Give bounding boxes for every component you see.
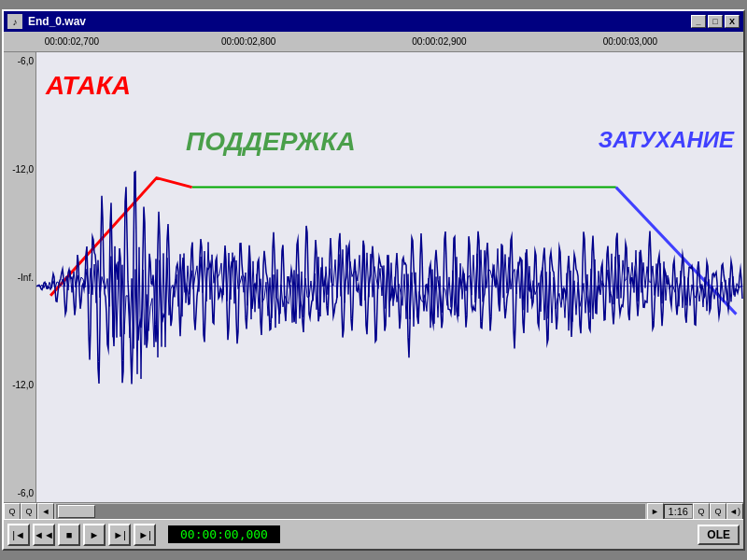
main-view: -6,0 -12,0 -Inf. -12,0 -6,0 АТАКА ПОДДЕР… — [4, 52, 743, 502]
y-label-4: -6,0 — [6, 488, 34, 498]
ruler-inner: 00:00:02,700 00:00:02,800 00:00:02,900 0… — [36, 32, 743, 51]
ruler-mark-2: 00:00:02,800 — [221, 36, 275, 47]
scroll-zoom-in[interactable]: Q — [4, 503, 21, 520]
time-display: 00:00:00,000 — [168, 525, 280, 543]
y-label-2: -Inf. — [6, 273, 34, 283]
track-counter: 1:16 — [664, 504, 693, 519]
ruler-mark-1: 00:00:02,700 — [45, 36, 99, 47]
window-title: End_0.wav — [28, 15, 691, 28]
waveform-drawing — [36, 52, 743, 502]
rewind-button[interactable]: ◄◄ — [33, 524, 55, 546]
zoom-out-right[interactable]: Q — [710, 503, 726, 520]
y-label-3: -12,0 — [6, 380, 34, 390]
ole-button[interactable]: OLE — [698, 525, 740, 545]
scroll-right[interactable]: ► — [647, 503, 664, 520]
waveform-canvas[interactable]: АТАКА ПОДДЕРЖКА ЗАТУХАНИЕ — [36, 52, 743, 502]
content-area: 00:00:02,700 00:00:02,800 00:00:02,900 0… — [4, 32, 743, 549]
scrollbar-area: Q Q ◄ ► 1:16 Q Q ◄) — [4, 502, 743, 519]
scroll-left[interactable]: ◄ — [37, 503, 54, 520]
window-controls: _ □ X — [691, 15, 740, 28]
zoom-in-right[interactable]: Q — [693, 503, 710, 520]
transport-controls: |◄ ◄◄ ■ ► ►| ►| 00:00:00,000 OLE — [4, 519, 743, 549]
ruler-mark-3: 00:00:02,900 — [412, 36, 466, 47]
app-icon: ♪ — [7, 14, 22, 29]
main-window: ♪ End_0.wav _ □ X 00:00:02,700 00:00:02,… — [2, 9, 745, 551]
maximize-button[interactable]: □ — [708, 15, 723, 28]
close-button[interactable]: X — [725, 15, 740, 28]
ataka-label: АТАКА — [46, 71, 131, 101]
y-label-1: -12,0 — [6, 164, 34, 175]
podderzhka-label: ПОДДЕРЖКА — [186, 127, 356, 157]
play-selection-button[interactable]: ►| — [108, 524, 131, 546]
scroll-track[interactable] — [56, 504, 645, 519]
zatuhanie-label: ЗАТУХАНИЕ — [599, 127, 734, 153]
y-label-0: -6,0 — [6, 56, 34, 66]
play-button[interactable]: ► — [83, 524, 106, 546]
speaker-btn[interactable]: ◄) — [726, 503, 743, 520]
scroll-thumb[interactable] — [58, 505, 95, 518]
timeline-ruler: 00:00:02,700 00:00:02,800 00:00:02,900 0… — [4, 32, 743, 52]
ruler-mark-4: 00:00:03,000 — [603, 36, 657, 47]
minimize-button[interactable]: _ — [691, 15, 706, 28]
stop-button[interactable]: ■ — [58, 524, 80, 546]
title-bar: ♪ End_0.wav _ □ X — [4, 11, 743, 32]
go-to-end-button[interactable]: ►| — [134, 524, 156, 546]
go-to-start-button[interactable]: |◄ — [7, 524, 30, 546]
y-axis: -6,0 -12,0 -Inf. -12,0 -6,0 — [4, 52, 36, 502]
scroll-zoom-out[interactable]: Q — [21, 503, 37, 520]
